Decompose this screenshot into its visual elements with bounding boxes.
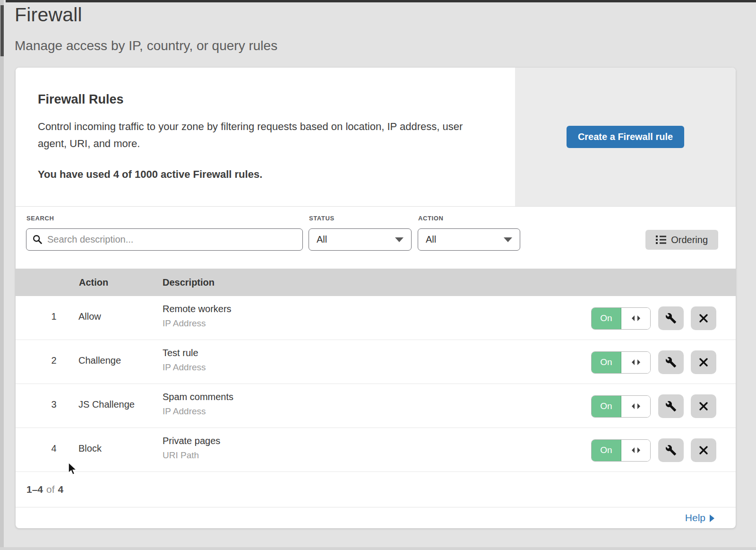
table-row: 4 Block Private pages URI Path On (16, 428, 736, 472)
rule-description: Remote workers IP Address (163, 304, 232, 329)
edit-rule-button[interactable] (658, 394, 684, 418)
page-title: Firewall (15, 4, 277, 26)
row-controls: On (591, 306, 716, 330)
rule-action: Challenge (78, 355, 121, 366)
action-select[interactable]: All (418, 228, 520, 251)
create-firewall-rule-button[interactable]: Create a Firewall rule (567, 126, 684, 148)
table-row: 1 Allow Remote workers IP Address On (16, 296, 736, 340)
wrench-icon (665, 313, 677, 324)
edit-rule-button[interactable] (658, 350, 684, 374)
rule-match-type: IP Address (163, 318, 232, 329)
action-selected-value: All (426, 234, 436, 245)
table-row: 2 Challenge Test rule IP Address On (16, 340, 736, 384)
action-label: ACTION (418, 215, 443, 222)
rule-description: Spam comments IP Address (163, 392, 233, 417)
rule-description-title: Remote workers (163, 304, 232, 314)
toggle-on-label: On (592, 308, 621, 329)
toggle-handle (621, 440, 650, 461)
toggle-on-label: On (592, 396, 621, 417)
rules-info-text: Firewall Rules Control incoming traffic … (16, 68, 515, 206)
status-select[interactable]: All (309, 228, 412, 251)
search-input[interactable] (26, 228, 303, 251)
ordering-button-label: Ordering (671, 235, 708, 245)
ordering-button[interactable]: Ordering (645, 230, 718, 250)
search-label: SEARCH (26, 215, 54, 222)
row-controls: On (591, 438, 716, 462)
delete-rule-button[interactable] (691, 394, 716, 418)
rule-priority: 1 (48, 311, 60, 322)
row-controls: On (591, 350, 716, 374)
rule-priority: 4 (48, 443, 60, 454)
delete-rule-button[interactable] (691, 306, 716, 330)
toggle-arrows-icon (631, 403, 641, 410)
delete-rule-button[interactable] (691, 350, 716, 374)
toggle-on-label: On (592, 352, 621, 373)
rules-usage-count: You have used 4 of 1000 active Firewall … (38, 168, 487, 181)
pagination-summary: 1–4 of 4 (16, 472, 736, 507)
table-row: 3 JS Challenge Spam comments IP Address … (16, 384, 736, 428)
toggle-on-label: On (592, 440, 621, 461)
rule-enabled-toggle[interactable]: On (591, 307, 651, 330)
rules-description: Control incoming traffic to your zone by… (38, 118, 487, 152)
column-header-description: Description (163, 277, 215, 288)
search-field-wrap (26, 228, 303, 251)
toggle-handle (621, 396, 650, 417)
wrench-icon (665, 357, 677, 368)
ordered-list-icon (656, 235, 666, 244)
rule-match-type: IP Address (163, 362, 206, 373)
filter-bar: SEARCH STATUS All ACTION All (16, 207, 736, 269)
wrench-icon (665, 445, 677, 456)
close-icon (699, 358, 708, 367)
rule-enabled-toggle[interactable]: On (591, 395, 651, 418)
toggle-arrows-icon (631, 359, 641, 366)
firewall-rules-card: Firewall Rules Control incoming traffic … (16, 68, 736, 528)
close-icon (699, 314, 708, 323)
toggle-arrows-icon (631, 315, 641, 322)
table-header: Action Description (16, 269, 736, 296)
pagination-total: 4 (58, 484, 64, 495)
rule-match-type: IP Address (163, 406, 233, 417)
page-subtitle: Manage access by IP, country, or query r… (15, 38, 277, 53)
rule-priority: 2 (48, 355, 60, 366)
chevron-down-icon (504, 237, 512, 242)
wrench-icon (665, 401, 677, 412)
toggle-handle (621, 352, 650, 373)
rule-enabled-toggle[interactable]: On (591, 439, 651, 462)
screenshot-left-edge (0, 0, 4, 550)
page-header: Firewall Manage access by IP, country, o… (15, 4, 277, 53)
column-header-action: Action (79, 277, 108, 288)
create-rule-panel: Create a Firewall rule (515, 68, 736, 206)
help-link-label: Help (685, 512, 705, 524)
rule-priority: 3 (48, 399, 60, 410)
edit-rule-button[interactable] (658, 306, 684, 330)
close-icon (699, 402, 708, 411)
edit-rule-button[interactable] (658, 438, 684, 462)
row-controls: On (591, 394, 716, 418)
screenshot-top-edge (6, 0, 756, 2)
caret-right-icon (710, 515, 714, 522)
pagination-of-label: of (46, 484, 55, 495)
help-link[interactable]: Help (685, 512, 714, 524)
rule-match-type: URI Path (163, 450, 220, 461)
rule-action: JS Challenge (78, 399, 135, 410)
screenshot-bottom-edge (0, 547, 756, 550)
rules-info-section: Firewall Rules Control incoming traffic … (16, 68, 736, 207)
rule-description: Private pages URI Path (163, 436, 220, 461)
rule-description-title: Spam comments (163, 392, 233, 402)
status-selected-value: All (317, 234, 327, 245)
close-icon (699, 445, 708, 455)
rule-description-title: Test rule (163, 348, 206, 358)
search-icon (33, 235, 42, 244)
card-footer: Help (16, 507, 736, 528)
rule-action: Block (78, 443, 102, 454)
screenshot-left-edge-dark (0, 5, 4, 56)
rules-heading: Firewall Rules (38, 92, 487, 107)
toggle-handle (621, 308, 650, 329)
rule-description: Test rule IP Address (163, 348, 206, 373)
pagination-range: 1–4 (26, 484, 43, 495)
rule-description-title: Private pages (163, 436, 220, 446)
toggle-arrows-icon (631, 447, 641, 454)
rule-enabled-toggle[interactable]: On (591, 351, 651, 374)
delete-rule-button[interactable] (691, 438, 716, 462)
rule-action: Allow (78, 311, 101, 322)
